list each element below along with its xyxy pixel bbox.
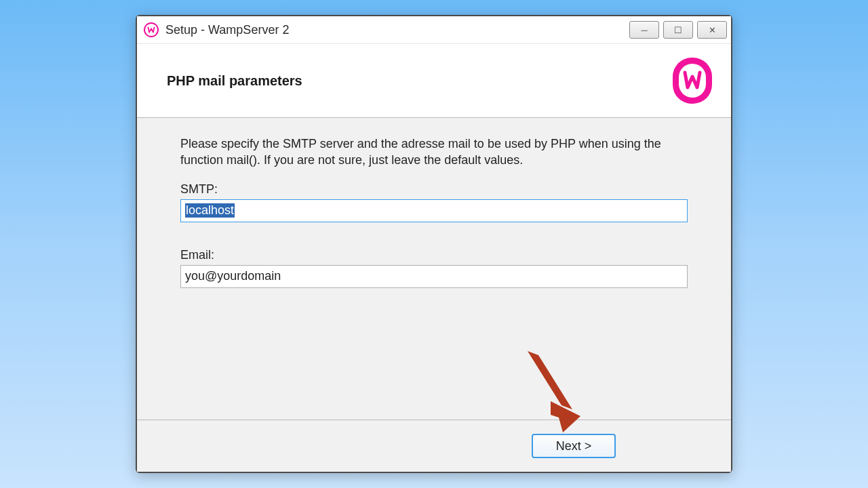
smtp-label: SMTP: bbox=[180, 182, 688, 197]
close-icon: ✕ bbox=[709, 25, 716, 35]
maximize-button[interactable]: ☐ bbox=[663, 21, 693, 39]
window-title: Setup - WampServer 2 bbox=[165, 23, 629, 37]
setup-window: Setup - WampServer 2 ─ ☐ ✕ PHP mail para… bbox=[136, 15, 732, 473]
next-button[interactable]: Next > bbox=[532, 434, 616, 458]
minimize-icon: ─ bbox=[641, 25, 647, 35]
email-label: Email: bbox=[180, 248, 688, 262]
instructions-text: Please specify the SMTP server and the a… bbox=[180, 136, 688, 169]
next-button-label: Next > bbox=[556, 439, 592, 453]
wizard-footer: Next > bbox=[137, 420, 731, 472]
minimize-button[interactable]: ─ bbox=[629, 21, 659, 39]
wamp-app-icon bbox=[144, 22, 159, 37]
email-input[interactable] bbox=[180, 265, 688, 288]
window-controls: ─ ☐ ✕ bbox=[629, 21, 727, 39]
smtp-input[interactable]: localhost bbox=[180, 199, 688, 222]
wamp-logo-icon bbox=[670, 56, 715, 105]
close-button[interactable]: ✕ bbox=[697, 21, 727, 39]
titlebar: Setup - WampServer 2 ─ ☐ ✕ bbox=[137, 16, 731, 44]
smtp-value-selected: localhost bbox=[185, 203, 235, 218]
wizard-body: Please specify the SMTP server and the a… bbox=[137, 118, 731, 420]
page-heading: PHP mail parameters bbox=[167, 73, 302, 89]
wizard-header: PHP mail parameters bbox=[137, 44, 731, 118]
maximize-icon: ☐ bbox=[674, 25, 682, 35]
